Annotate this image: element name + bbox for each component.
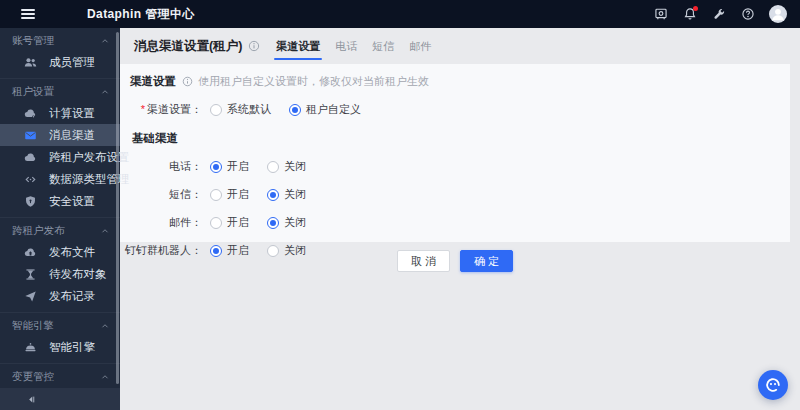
datasource-code-icon (24, 173, 37, 186)
tab-channel-settings[interactable]: 渠道设置 (276, 28, 320, 64)
customer-service-icon (764, 376, 782, 394)
topbar-actions (653, 5, 787, 23)
customer-service-button[interactable] (758, 370, 788, 400)
form-actions: 取 消 确 定 (120, 250, 790, 272)
help-icon[interactable] (740, 6, 756, 22)
sidebar-item-publish-files[interactable]: 发布文件 (0, 241, 120, 263)
notification-badge (693, 6, 698, 11)
radio-system-default[interactable]: 系统默认 (210, 102, 271, 117)
radio-icon[interactable] (289, 104, 301, 116)
radio-label: 开启 (227, 215, 249, 230)
radio-icon[interactable] (210, 189, 222, 201)
sidebar-item-security-settings[interactable]: 安全设置 (0, 190, 120, 212)
sidebar-item-publish-records[interactable]: 发布记录 (0, 285, 120, 307)
radio-sms-on[interactable]: 开启 (210, 187, 249, 202)
user-avatar[interactable] (769, 5, 787, 23)
notification-bell-icon[interactable] (682, 6, 698, 22)
sidebar-item-label: 待发布对象 (49, 267, 107, 282)
sidebar-item-pending-publish-objects[interactable]: 待发布对象 (0, 263, 120, 285)
section-label: 跨租户发布 (12, 224, 65, 238)
hamburger-menu-icon[interactable] (21, 9, 35, 19)
channel-mode-label: *渠道设置： (120, 102, 202, 117)
chevron-up-icon (101, 322, 109, 330)
radio-icon[interactable] (267, 189, 279, 201)
radio-label: 开启 (227, 187, 249, 202)
collapse-sidebar-icon (26, 394, 37, 405)
topbar: Dataphin 管理中心 (0, 0, 800, 28)
sidebar-section-header-change-control[interactable]: 变更管控 (0, 366, 120, 387)
radio-icon[interactable] (210, 104, 222, 116)
radio-email-off[interactable]: 关闭 (267, 215, 306, 230)
radio-email-on[interactable]: 开启 (210, 215, 249, 230)
tools-wrench-icon[interactable] (711, 6, 727, 22)
channel-label: 电话： (120, 159, 202, 174)
required-mark: * (141, 103, 145, 115)
section-label: 变更管控 (12, 370, 54, 384)
sidebar-item-label: 发布文件 (49, 245, 95, 260)
channel-label: 邮件： (120, 215, 202, 230)
radio-icon[interactable] (210, 217, 222, 229)
cloud-publish-icon (24, 151, 37, 164)
channel-row-phone: 电话： 开启 关闭 (120, 159, 790, 174)
sidebar-section-header-cross-tenant-publish[interactable]: 跨租户发布 (0, 220, 120, 241)
confirm-button[interactable]: 确 定 (460, 250, 513, 272)
cloud-upload-icon (24, 246, 37, 259)
app-title: Dataphin 管理中心 (87, 6, 195, 23)
channel-mode-options: 系统默认 租户自定义 (210, 102, 361, 117)
sidebar-section-header-tenant-settings[interactable]: 租户设置 (0, 81, 120, 102)
sidebar-collapse-button[interactable] (0, 388, 120, 410)
cancel-button[interactable]: 取 消 (397, 250, 450, 272)
chevron-up-icon (101, 37, 109, 45)
channel-row-email: 邮件： 开启 关闭 (120, 215, 790, 230)
sidebar-item-label: 发布记录 (49, 289, 95, 304)
section-label: 账号管理 (12, 34, 54, 48)
sidebar-item-cross-tenant-publish-settings[interactable]: 跨租户发布设置 (0, 146, 120, 168)
mail-icon (24, 129, 37, 142)
radio-sms-off[interactable]: 关闭 (267, 187, 306, 202)
radio-icon[interactable] (267, 217, 279, 229)
section-info-icon[interactable] (182, 76, 193, 87)
sidebar-section-tenant-settings: 租户设置 计算设置 消息渠道 跨租户发布设置 数据源类型管理 (0, 79, 120, 218)
radio-icon[interactable] (210, 161, 222, 173)
sidebar-section-header-account-management[interactable]: 账号管理 (0, 30, 120, 51)
sidebar-item-message-channel[interactable]: 消息渠道 (0, 124, 120, 146)
channel-mode-row: *渠道设置： 系统默认 租户自定义 (120, 102, 790, 117)
users-icon (24, 56, 37, 69)
radio-label: 关闭 (284, 187, 306, 202)
main-content: 消息渠道设置(租户) 渠道设置 电话 短信 邮件 渠道设置 使用租户自定义设置时… (120, 28, 800, 410)
engine-icon (24, 341, 37, 354)
radio-label: 系统默认 (227, 102, 271, 117)
radio-label: 关闭 (284, 159, 306, 174)
sidebar-item-label: 成员管理 (49, 55, 95, 70)
cloud-compute-icon (24, 107, 37, 120)
sidebar-item-intelligent-engine[interactable]: 智能引擎 (0, 336, 120, 358)
tab-phone[interactable]: 电话 (335, 28, 357, 64)
page-title-info-icon[interactable] (248, 40, 260, 52)
sidebar: 账号管理 成员管理 租户设置 计算设置 消息渠道 (0, 28, 120, 410)
chevron-up-icon (101, 88, 109, 96)
sidebar-item-label: 智能引擎 (49, 340, 95, 355)
sidebar-section-cross-tenant-publish: 跨租户发布 发布文件 待发布对象 发布记录 (0, 218, 120, 313)
section-description: 使用租户自定义设置时，修改仅对当前租户生效 (198, 74, 429, 89)
radio-phone-on[interactable]: 开启 (210, 159, 249, 174)
sidebar-item-datasource-type-management[interactable]: 数据源类型管理 (0, 168, 120, 190)
radio-label: 租户自定义 (306, 102, 361, 117)
page-header: 消息渠道设置(租户) 渠道设置 电话 短信 邮件 (120, 28, 800, 64)
sidebar-section-header-intelligent-engine[interactable]: 智能引擎 (0, 315, 120, 336)
sidebar-item-label: 安全设置 (49, 194, 95, 209)
sidebar-scrollbar[interactable] (116, 32, 119, 384)
radio-icon[interactable] (267, 161, 279, 173)
send-icon (24, 290, 37, 303)
hourglass-icon (24, 268, 37, 281)
tab-email[interactable]: 邮件 (409, 28, 431, 64)
radio-phone-off[interactable]: 关闭 (267, 159, 306, 174)
sidebar-item-compute-settings[interactable]: 计算设置 (0, 102, 120, 124)
radio-tenant-custom[interactable]: 租户自定义 (289, 102, 361, 117)
workspace-icon[interactable] (653, 6, 669, 22)
tab-bar: 渠道设置 电话 短信 邮件 (276, 28, 431, 64)
section-title: 渠道设置 (130, 74, 176, 89)
tab-sms[interactable]: 短信 (372, 28, 394, 64)
sidebar-item-member-management[interactable]: 成员管理 (0, 51, 120, 73)
radio-label: 开启 (227, 159, 249, 174)
chevron-up-icon (101, 373, 109, 381)
